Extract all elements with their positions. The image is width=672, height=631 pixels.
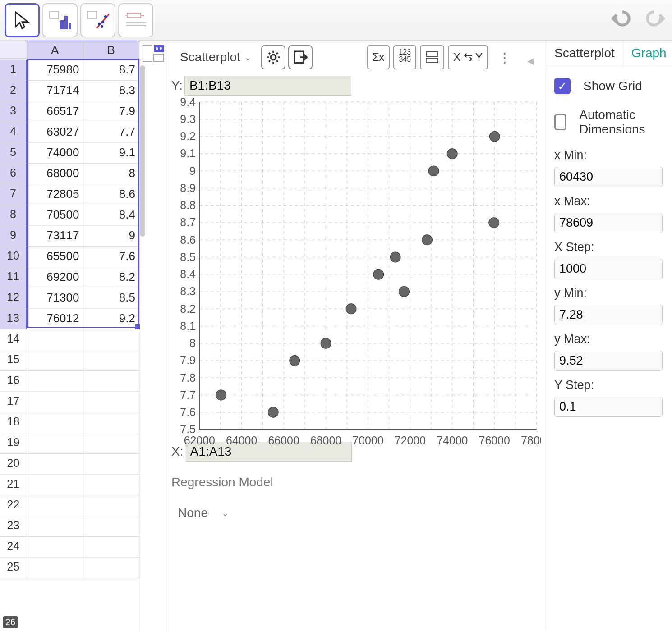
row-header[interactable]: 6 [0, 164, 27, 184]
tab-scatterplot[interactable]: Scatterplot [546, 41, 623, 66]
cell[interactable]: 8 [83, 164, 140, 184]
table-row[interactable]: 3665177.9 [0, 101, 139, 122]
table-row[interactable]: 1759808.7 [0, 60, 139, 81]
show-grid-row[interactable]: ✓ Show Grid [554, 73, 668, 99]
row-header[interactable]: 8 [0, 205, 27, 226]
cell[interactable]: 9.1 [83, 143, 140, 164]
cell[interactable]: 76012 [27, 309, 83, 329]
table-row[interactable]: 25 [0, 558, 139, 578]
row-header[interactable]: 25 [0, 558, 27, 578]
cell[interactable] [83, 371, 140, 392]
table-row[interactable]: 15 [0, 350, 139, 371]
table-row[interactable]: 21 [0, 475, 139, 495]
number-format-button[interactable]: 123345 [393, 45, 416, 69]
scatter-fit-tool[interactable] [80, 3, 115, 37]
table-row[interactable]: 11692008.2 [0, 267, 139, 288]
cell[interactable]: 68000 [27, 164, 83, 184]
cell[interactable]: 8.3 [83, 81, 140, 101]
cell[interactable]: 8.6 [83, 184, 140, 205]
cell[interactable]: 8.2 [83, 267, 140, 288]
table-row[interactable]: 17 [0, 392, 139, 412]
cell[interactable]: 71714 [27, 81, 83, 101]
row-header[interactable]: 5 [0, 143, 27, 164]
auto-dim-row[interactable]: Automatic Dimensions [554, 103, 668, 141]
row-header[interactable]: 14 [0, 329, 27, 350]
corner-cell[interactable] [0, 41, 27, 59]
table-row[interactable]: 20 [0, 454, 139, 475]
bar-chart-tool[interactable] [42, 3, 78, 37]
scrollbar[interactable] [140, 65, 145, 237]
ymin-input[interactable] [554, 305, 663, 325]
row-header[interactable]: 13 [0, 309, 27, 329]
pointer-tool[interactable] [5, 3, 40, 37]
table-row[interactable]: 12713008.5 [0, 288, 139, 309]
row-header[interactable]: 16 [0, 371, 27, 392]
cell[interactable]: 70500 [27, 205, 83, 226]
xstep-input[interactable] [554, 259, 663, 279]
table-row[interactable]: 16 [0, 371, 139, 392]
table-row[interactable]: 2717148.3 [0, 81, 139, 101]
cell[interactable]: 8.7 [83, 60, 140, 81]
cell[interactable] [83, 350, 140, 371]
tab-graph[interactable]: Graph [623, 41, 672, 66]
cell[interactable]: 8.4 [83, 205, 140, 226]
cell[interactable] [83, 475, 140, 495]
cell[interactable] [83, 537, 140, 558]
cell[interactable] [83, 558, 140, 578]
cell[interactable]: 63027 [27, 122, 83, 143]
cell[interactable]: 75980 [27, 60, 83, 81]
cell[interactable] [27, 350, 83, 371]
cell[interactable]: 69200 [27, 267, 83, 288]
cell[interactable] [27, 454, 83, 475]
row-header[interactable]: 3 [0, 101, 27, 122]
row-header[interactable]: 1 [0, 60, 27, 81]
ymax-input[interactable] [554, 351, 663, 371]
row-header[interactable]: 2 [0, 81, 27, 101]
collapse-panel-button[interactable]: ◂ [521, 47, 539, 68]
cell[interactable]: 7.6 [83, 247, 140, 267]
cell[interactable] [83, 454, 140, 475]
cell[interactable]: 7.7 [83, 122, 140, 143]
row-header[interactable]: 4 [0, 122, 27, 143]
row-header[interactable]: 15 [0, 350, 27, 371]
cell[interactable]: 71300 [27, 288, 83, 309]
table-row[interactable]: 4630277.7 [0, 122, 139, 143]
table-row[interactable]: 7728058.6 [0, 184, 139, 205]
row-header[interactable]: 23 [0, 516, 27, 537]
column-header-a[interactable]: A [27, 41, 83, 60]
redo-button[interactable] [640, 7, 667, 33]
cell[interactable] [27, 392, 83, 412]
cell[interactable] [27, 329, 83, 350]
cell[interactable] [27, 537, 83, 558]
table-row[interactable]: 5740009.1 [0, 143, 139, 164]
auto-dim-checkbox[interactable] [554, 114, 566, 130]
table-row[interactable]: 22 [0, 495, 139, 516]
table-row[interactable]: 19 [0, 433, 139, 454]
xmin-input[interactable] [554, 167, 663, 187]
cell[interactable] [83, 433, 140, 454]
row-header[interactable]: 22 [0, 495, 27, 516]
cell[interactable]: 9.2 [83, 309, 140, 329]
table-row[interactable]: 24 [0, 537, 139, 558]
cell[interactable] [83, 495, 140, 516]
export-button[interactable] [288, 45, 313, 69]
scatter-plot[interactable]: 7.57.67.77.87.988.18.28.38.48.58.68.78.8… [171, 97, 541, 440]
undo-button[interactable] [609, 7, 636, 33]
cell[interactable] [27, 433, 83, 454]
settings-button[interactable] [261, 45, 285, 69]
row-header[interactable]: 18 [0, 412, 27, 433]
cell[interactable]: 73117 [27, 226, 83, 247]
row-header[interactable]: 10 [0, 247, 27, 267]
more-options-button[interactable]: ⋮ [492, 50, 518, 65]
cell[interactable]: 65500 [27, 247, 83, 267]
cell[interactable] [83, 392, 140, 412]
cell[interactable] [27, 516, 83, 537]
table-row[interactable]: 9731179 [0, 226, 139, 247]
swap-xy-button[interactable]: X ⇆ Y [448, 45, 488, 69]
box-plot-tool[interactable] [118, 3, 153, 37]
cell[interactable] [27, 558, 83, 578]
row-header[interactable]: 9 [0, 226, 27, 247]
spreadsheet[interactable]: A B 26 1759808.72717148.33665177.9463027… [0, 41, 140, 631]
cell[interactable]: 72805 [27, 184, 83, 205]
row-header[interactable]: 11 [0, 267, 27, 288]
